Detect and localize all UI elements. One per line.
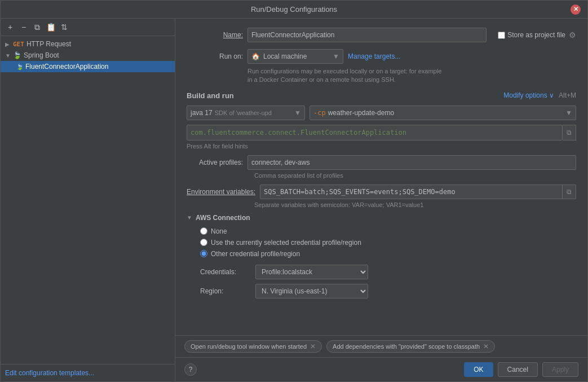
name-label: Name:: [187, 31, 243, 39]
http-request-icon: GET: [13, 41, 24, 48]
cp-dropdown-arrow-icon: ▼: [565, 109, 572, 117]
left-panel: + − ⧉ 📋 ⇅ ▶ GET: [1, 19, 175, 381]
copy-config-button[interactable]: ⧉: [31, 21, 43, 33]
run-on-row: Run on: 🏠 Local machine ▼ Manage targets…: [187, 49, 576, 64]
tree-item-spring-boot[interactable]: ▼ 🍃 Spring Boot: [1, 50, 175, 61]
tree-toolbar: + − ⧉ 📋 ⇅: [1, 19, 175, 36]
help-button[interactable]: ?: [184, 363, 197, 376]
fluent-app-icon: 🍃: [16, 64, 23, 70]
left-footer: Edit configuration templates...: [1, 364, 175, 381]
env-vars-input[interactable]: [260, 185, 563, 199]
apply-button[interactable]: Apply: [542, 362, 578, 377]
active-profiles-row: Active profiles:: [187, 155, 576, 170]
aws-collapse-arrow-icon: ▼: [187, 214, 192, 221]
store-project-checkbox-label[interactable]: Store as project file: [498, 31, 565, 39]
remove-config-button[interactable]: −: [17, 21, 30, 33]
radio-other-label[interactable]: Other credential profile/region: [200, 250, 576, 258]
radio-none-label[interactable]: None: [200, 227, 576, 235]
credentials-label: Credentials:: [200, 268, 251, 276]
store-project-row: Store as project file ⚙: [498, 30, 576, 39]
region-row: Region: N. Virginia (us-east-1): [200, 284, 576, 298]
env-vars-row: Environment variables: ⧉: [187, 185, 576, 199]
radio-current-text: Use the currently selected credential pr…: [211, 239, 361, 247]
radio-none-text: None: [211, 227, 227, 235]
run-hint-text: Run configurations may be executed local…: [247, 67, 576, 85]
credentials-row: Credentials: Profile:localstack: [200, 265, 576, 279]
main-class-input[interactable]: [187, 125, 563, 140]
build-run-header: Build and run Modify options ∨ Alt+M: [187, 91, 576, 100]
run-on-label: Run on:: [187, 52, 243, 60]
active-profiles-input[interactable]: [247, 155, 576, 170]
modify-options-link[interactable]: Modify options ∨: [503, 91, 554, 99]
config-form: Name: Store as project file ⚙ Run on: �: [175, 19, 587, 335]
add-config-button[interactable]: +: [4, 21, 16, 33]
cancel-button[interactable]: Cancel: [498, 362, 538, 377]
press-alt-hint: Press Alt for field hints: [187, 143, 576, 150]
http-request-label: HTTP Request: [26, 40, 71, 48]
env-input-container: ⧉: [260, 185, 576, 199]
radio-current-label[interactable]: Use the currently selected credential pr…: [200, 239, 576, 247]
run-debug-dialog: Run/Debug Configurations ✕ + − ⧉ 📋: [0, 0, 588, 382]
tag1-close-icon[interactable]: ✕: [310, 343, 316, 350]
right-panel: Name: Store as project file ⚙ Run on: �: [175, 19, 587, 381]
edit-templates-link[interactable]: Edit configuration templates...: [5, 369, 94, 377]
tag2-label: Add dependencies with "provided" scope t…: [333, 343, 480, 350]
fluent-app-label: FluentConnectorApplication: [25, 63, 108, 71]
region-dropdown[interactable]: N. Virginia (us-east-1): [255, 284, 368, 298]
active-profiles-label: Active profiles:: [187, 159, 243, 166]
tree-arrow-http: ▶: [5, 41, 11, 47]
run-on-dropdown[interactable]: 🏠 Local machine ▼: [247, 49, 343, 64]
bottom-tags-bar: Open run/debug tool window when started …: [175, 335, 587, 357]
tag-chip-2: Add dependencies with "provided" scope t…: [326, 340, 495, 353]
close-button[interactable]: ✕: [571, 5, 581, 15]
tree-group-spring-boot: ▼ 🍃 Spring Boot 🍃 FluentConnectorApplica…: [1, 50, 175, 72]
store-project-checkbox[interactable]: [498, 32, 505, 39]
aws-section-header[interactable]: ▼ AWS Connection: [187, 214, 576, 222]
local-machine-text: Local machine: [263, 52, 307, 60]
sort-config-button[interactable]: ⇅: [58, 21, 70, 33]
main-class-copy-button[interactable]: ⧉: [563, 125, 576, 140]
radio-other-input[interactable]: [200, 250, 207, 257]
gear-icon[interactable]: ⚙: [569, 30, 576, 39]
radio-other-text: Other credential profile/region: [211, 250, 300, 258]
build-run-title: Build and run: [187, 91, 234, 100]
profiles-hint: Comma separated list of profiles: [254, 172, 576, 179]
title-bar: Run/Debug Configurations ✕: [1, 1, 587, 19]
java-sdk-suffix: SDK of 'weather-upd: [215, 109, 272, 116]
move-config-button[interactable]: 📋: [45, 21, 57, 33]
java-sdk-dropdown[interactable]: java 17 SDK of 'weather-upd ▼: [187, 106, 305, 120]
spring-boot-icon: 🍃: [13, 51, 21, 59]
spring-boot-label: Spring Boot: [24, 51, 59, 59]
cp-value-label: weather-update-demo: [328, 109, 394, 117]
manage-targets-link[interactable]: Manage targets...: [348, 52, 400, 60]
aws-section: ▼ AWS Connection None Use the currently …: [187, 214, 576, 298]
shortcut-hint: Alt+M: [559, 91, 576, 99]
name-input[interactable]: [247, 28, 487, 42]
env-vars-copy-button[interactable]: ⧉: [563, 185, 576, 199]
footer-left: ?: [184, 363, 197, 376]
dropdown-arrow-icon: ▼: [333, 52, 339, 60]
tag2-close-icon[interactable]: ✕: [483, 343, 489, 350]
env-vars-label: Environment variables:: [187, 188, 255, 196]
tree-item-fluent-app[interactable]: 🍃 FluentConnectorApplication: [1, 61, 175, 72]
ok-button[interactable]: OK: [464, 362, 493, 377]
build-run-dropdowns-row: java 17 SDK of 'weather-upd ▼ -cp weathe…: [187, 106, 576, 120]
dialog-footer: ? OK Cancel Apply: [175, 357, 587, 381]
aws-radio-group: None Use the currently selected credenti…: [200, 227, 576, 258]
region-label: Region:: [200, 287, 251, 295]
radio-none-input[interactable]: [200, 227, 207, 235]
tag1-label: Open run/debug tool window when started: [191, 343, 307, 350]
dialog-title: Run/Debug Configurations: [17, 5, 571, 14]
store-project-label: Store as project file: [507, 31, 565, 39]
aws-section-title: AWS Connection: [196, 214, 250, 222]
java-sdk-label: java 17: [191, 109, 213, 117]
home-icon: 🏠: [251, 52, 260, 60]
main-class-row: ⧉: [187, 125, 576, 140]
tree-item-http-request[interactable]: ▶ GET HTTP Request: [1, 38, 175, 50]
sdk-dropdown-arrow-icon: ▼: [294, 109, 301, 117]
credentials-dropdown[interactable]: Profile:localstack: [255, 265, 368, 279]
cp-dropdown[interactable]: -cp weather-update-demo ▼: [310, 106, 576, 120]
footer-right: OK Cancel Apply: [464, 362, 578, 377]
radio-current-input[interactable]: [200, 239, 207, 246]
tag-chip-1: Open run/debug tool window when started …: [184, 340, 322, 353]
